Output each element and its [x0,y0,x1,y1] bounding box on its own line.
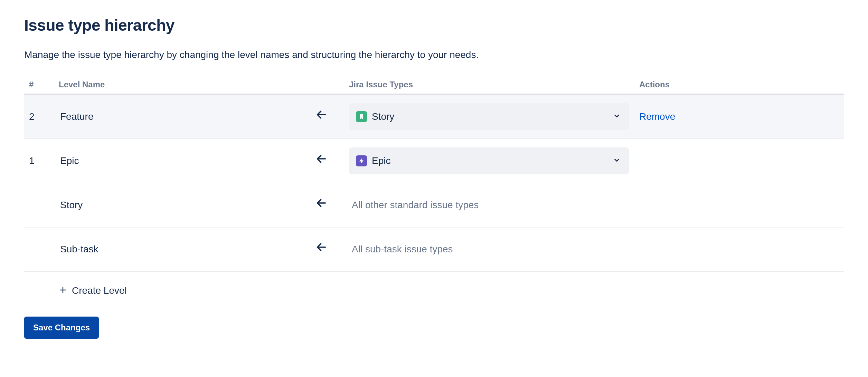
page-description: Manage the issue type hierarchy by chang… [24,48,844,62]
header-name: Level Name [59,79,294,91]
create-level-button[interactable]: Create Level [59,284,844,298]
table-row: 1 Epic [24,139,844,183]
chevron-down-icon [613,110,621,124]
table-row: 2 Story [24,95,844,139]
arrow-left-icon [315,241,327,257]
arrow-left-icon [315,197,327,213]
arrow-left-icon [315,109,327,125]
level-name-input[interactable] [59,108,270,126]
create-level-row: Create Level [24,272,844,310]
epic-icon [356,155,367,166]
svg-marker-2 [359,158,364,164]
table-row: All sub-task issue types [24,228,844,272]
table-header: # Level Name Jira Issue Types Actions [24,76,844,95]
issue-type-select[interactable]: Story [349,103,629,130]
table-row: All other standard issue types [24,183,844,228]
create-level-label: Create Level [72,284,127,298]
remove-button[interactable]: Remove [639,111,675,122]
level-name-input[interactable] [59,240,270,258]
header-actions: Actions [639,79,844,91]
select-label: Epic [372,154,390,168]
select-label: Story [372,110,394,124]
row-num: 2 [24,110,59,124]
issue-type-text: All other standard issue types [349,198,639,212]
chevron-down-icon [613,154,621,168]
plus-icon [59,286,67,296]
arrow-left-icon [315,153,327,169]
hierarchy-table: # Level Name Jira Issue Types Actions 2 [24,76,844,310]
issue-type-select[interactable]: Epic [349,147,629,174]
row-num: 1 [24,154,59,168]
level-name-input[interactable] [59,152,270,170]
header-types: Jira Issue Types [349,79,639,91]
page-title: Issue type hierarchy [24,14,844,37]
story-icon [356,111,367,122]
level-name-input[interactable] [59,196,270,214]
page: Issue type hierarchy Manage the issue ty… [0,0,868,359]
header-num: # [24,79,59,91]
save-button[interactable]: Save Changes [24,317,99,339]
issue-type-text: All sub-task issue types [349,242,639,257]
